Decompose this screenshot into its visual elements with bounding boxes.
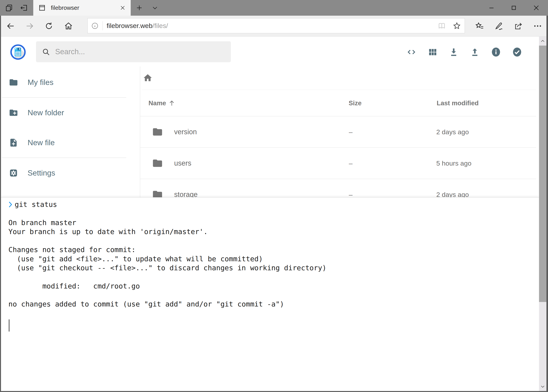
- page-icon: [38, 4, 46, 12]
- settings-more-button[interactable]: [529, 18, 546, 35]
- terminal-output-line: Changes not staged for commit:: [8, 245, 539, 254]
- column-name-label: Name: [148, 99, 166, 107]
- file-size: –: [349, 128, 436, 136]
- window-minimize-button[interactable]: [483, 0, 500, 16]
- browser-toolbar: filebrowser.web/files/: [0, 16, 548, 37]
- folder-icon: [152, 126, 163, 137]
- terminal-output-line: (use "git add <file>..." to update what …: [8, 254, 539, 263]
- sidebar-item-settings[interactable]: Settings: [1, 158, 126, 188]
- terminal-panel[interactable]: git status On branch master Your branch …: [1, 197, 539, 391]
- select-multiple-button[interactable]: [509, 44, 525, 61]
- tab-preview-button[interactable]: [1, 0, 16, 16]
- file-modified: 2 days ago: [436, 191, 536, 198]
- app-header: [1, 37, 539, 67]
- sidebar-item-my-files[interactable]: My files: [1, 67, 126, 97]
- search-box[interactable]: [36, 41, 231, 62]
- favorite-star-icon[interactable]: [452, 21, 461, 30]
- forward-button[interactable]: [21, 18, 38, 35]
- terminal-output-line: (use "git checkout -- <file>..." to disc…: [8, 263, 539, 273]
- file-modified: 2 days ago: [436, 128, 536, 136]
- check-circle-icon: [512, 47, 522, 57]
- column-header-size[interactable]: Size: [349, 99, 437, 107]
- chevron-down-icon: [540, 384, 545, 389]
- terminal-output-line: Your branch is up to date with 'origin/m…: [8, 227, 539, 236]
- terminal-prompt-line: git status: [8, 200, 539, 209]
- folder-icon: [9, 78, 18, 87]
- column-header-name[interactable]: Name: [148, 99, 349, 107]
- url-path: /files/: [153, 22, 168, 29]
- terminal-output-line: [8, 273, 539, 281]
- url-separator: [103, 21, 103, 30]
- chevron-up-icon: [540, 39, 545, 44]
- sort-ascending-icon: [168, 99, 175, 107]
- browser-tab[interactable]: filebrowser: [33, 0, 131, 16]
- terminal-output-line: On branch master: [8, 218, 539, 227]
- window-border: [0, 16, 1, 392]
- url-host: filebrowser.web: [107, 22, 153, 29]
- file-modified: 5 hours ago: [436, 160, 536, 167]
- file-size: –: [349, 160, 436, 167]
- terminal-output-line: [8, 291, 539, 300]
- raw-editor-button[interactable]: [404, 44, 419, 61]
- breadcrumb-home-icon: [143, 73, 153, 83]
- search-input[interactable]: [55, 48, 225, 56]
- file-row-version[interactable]: version – 2 days ago: [140, 116, 536, 148]
- header-actions: [404, 44, 525, 61]
- pen-icon: [494, 21, 504, 31]
- tab-list-dropdown-button[interactable]: [147, 0, 162, 16]
- plus-icon: [136, 4, 143, 11]
- chevron-down-icon: [152, 5, 158, 11]
- info-button[interactable]: [488, 44, 504, 61]
- reading-view-icon[interactable]: [438, 22, 446, 30]
- scrollbar-up-button[interactable]: [539, 37, 547, 46]
- settings-gear-icon: [9, 168, 18, 178]
- listing-header: Name Size Last modified: [140, 96, 536, 110]
- terminal-cursor-line: [8, 318, 539, 327]
- sidebar-item-new-folder[interactable]: New folder: [1, 98, 126, 128]
- address-bar[interactable]: filebrowser.web/files/: [87, 18, 465, 33]
- scrollbar-down-button[interactable]: [539, 382, 547, 391]
- page-scrollbar[interactable]: [539, 37, 547, 391]
- scrollbar-thumb[interactable]: [539, 46, 547, 302]
- grid-view-button[interactable]: [425, 44, 440, 61]
- tab-close-icon[interactable]: [120, 5, 126, 11]
- sidebar-item-label: Settings: [28, 169, 55, 177]
- sidebar-item-label: New file: [28, 138, 55, 147]
- terminal-output-line: [8, 209, 539, 218]
- favorites-hub-button[interactable]: [471, 18, 488, 35]
- window-border: [0, 391, 548, 392]
- annotate-button[interactable]: [491, 18, 507, 35]
- download-button[interactable]: [446, 44, 462, 61]
- back-icon: [6, 21, 15, 31]
- forward-icon: [25, 21, 35, 31]
- ellipsis-icon: [533, 21, 542, 31]
- sidebar-item-new-file[interactable]: New file: [1, 128, 126, 158]
- breadcrumb-home-button[interactable]: [143, 72, 159, 83]
- breadcrumb-divider: [142, 90, 536, 90]
- download-icon: [449, 47, 459, 57]
- file-row-users[interactable]: users – 5 hours ago: [140, 148, 536, 179]
- window-border: [547, 16, 548, 392]
- code-icon: [406, 47, 416, 57]
- refresh-button[interactable]: [41, 18, 57, 35]
- prompt-chevron-icon: [8, 201, 13, 208]
- back-button[interactable]: [2, 18, 19, 35]
- set-tabs-aside-button[interactable]: [16, 0, 31, 16]
- file-size: –: [349, 191, 436, 198]
- column-header-modified[interactable]: Last modified: [437, 99, 536, 107]
- file-name: version: [174, 128, 197, 136]
- hub-star-icon: [475, 21, 484, 31]
- upload-icon: [470, 47, 480, 57]
- window-maximize-button[interactable]: [505, 0, 522, 16]
- share-icon: [513, 21, 523, 31]
- window-close-button[interactable]: [528, 0, 545, 16]
- new-tab-button[interactable]: [132, 0, 147, 16]
- upload-button[interactable]: [467, 44, 483, 61]
- site-info-icon[interactable]: [91, 22, 99, 29]
- terminal-output-line: modified: cmd/root.go: [8, 282, 539, 291]
- terminal-command: git status: [15, 200, 57, 209]
- share-button[interactable]: [510, 18, 527, 35]
- refresh-icon: [44, 21, 53, 30]
- terminal-caret: [9, 319, 9, 331]
- home-button[interactable]: [60, 18, 77, 35]
